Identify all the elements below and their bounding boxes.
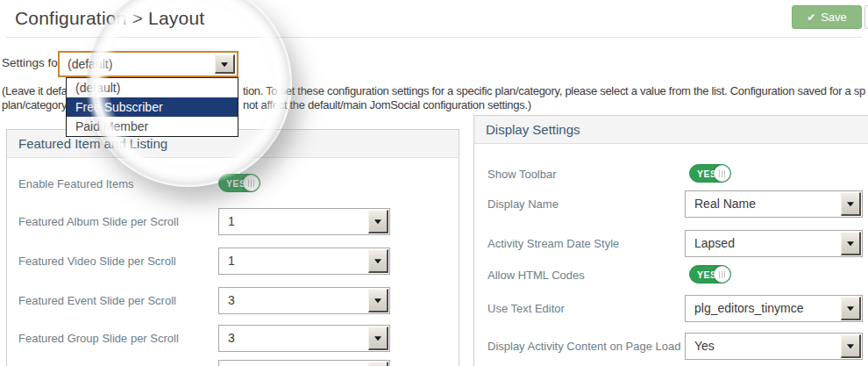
- grip-icon: [719, 170, 726, 177]
- chevron-down-icon[interactable]: [368, 362, 388, 366]
- setting-label: Featured Group Slide per Scroll: [18, 332, 179, 345]
- select-use-text-editor[interactable]: plg_editors_tinymce: [685, 295, 863, 322]
- option-paid-member[interactable]: Paid Member: [67, 117, 238, 136]
- toggle-knob: [714, 266, 730, 283]
- select-featured-group-slide[interactable]: 3: [218, 325, 390, 352]
- select-display-activity-content[interactable]: Yes: [685, 333, 863, 360]
- setting-label: Activity Stream Date Style: [487, 237, 619, 250]
- chevron-down-icon[interactable]: [841, 297, 861, 320]
- chevron-down-icon[interactable]: [368, 327, 388, 350]
- setting-label: Display Activity Content on Page Load: [487, 340, 680, 353]
- setting-label: Featured Video Slide per Scroll: [18, 255, 176, 268]
- setting-label: Enable Featured Items: [18, 177, 134, 190]
- description-line1-end: tion. To set these configuration setting…: [243, 84, 865, 97]
- save-button-label: Save: [821, 11, 847, 24]
- check-icon: ✔: [807, 12, 815, 23]
- select-clipped-bottom[interactable]: [218, 360, 390, 366]
- description-line2-end: not affect the default/main JomSocial co…: [243, 98, 531, 111]
- select-value: plg_editors_tinymce: [694, 301, 804, 315]
- setting-label: Display Name: [487, 197, 559, 211]
- save-button[interactable]: ✔ Save: [792, 5, 862, 29]
- select-featured-event-slide[interactable]: 3: [218, 287, 390, 314]
- settings-for-option-list: (default) Free Subscriber Paid Member: [66, 77, 238, 137]
- toggle-show-toolbar[interactable]: YES: [689, 164, 731, 183]
- chevron-down-icon[interactable]: [841, 192, 861, 216]
- dropdown-arrow-icon: [847, 241, 854, 246]
- dropdown-arrow-icon: [374, 219, 381, 224]
- dropdown-arrow-icon: [221, 62, 228, 67]
- toggle-enable-featured-items[interactable]: YES: [218, 174, 260, 192]
- select-display-name[interactable]: Real Name: [685, 190, 863, 218]
- dropdown-arrow-icon: [847, 202, 854, 206]
- clipped-secondary-button[interactable]: [864, 5, 868, 29]
- select-value: Yes: [694, 339, 715, 353]
- select-value: 1: [228, 214, 235, 228]
- setting-label: Show Toolbar: [487, 168, 557, 181]
- title-divider: [6, 37, 862, 38]
- chevron-down-icon[interactable]: [368, 210, 388, 233]
- right-panel-title: Display Settings: [474, 116, 868, 144]
- setting-label: Use Text Editor: [487, 302, 565, 315]
- chevron-down-icon[interactable]: [841, 334, 861, 358]
- dropdown-arrow-icon: [374, 336, 381, 341]
- chevron-down-icon[interactable]: [841, 232, 861, 255]
- option-free-subscriber[interactable]: Free Subscriber: [67, 97, 238, 117]
- grip-icon: [719, 271, 726, 278]
- select-value: Lapsed: [694, 236, 735, 250]
- setting-label: Featured Album Slide per Scroll: [18, 215, 179, 228]
- featured-item-and-listing-panel: Featured Item and Listing Enable Feature…: [6, 129, 459, 366]
- chevron-down-icon[interactable]: [215, 54, 235, 74]
- setting-label: Featured Event Slide per Scroll: [18, 294, 176, 307]
- display-settings-panel: Display Settings Show Toolbar YES Displa…: [473, 115, 868, 366]
- toggle-knob: [714, 165, 730, 182]
- settings-for-select[interactable]: (default): [58, 51, 238, 77]
- chevron-down-icon[interactable]: [368, 289, 388, 312]
- select-value: 3: [228, 331, 235, 345]
- select-value: Real Name: [694, 197, 756, 211]
- chevron-down-icon[interactable]: [368, 249, 388, 273]
- page-title: Configuration > Layout: [15, 8, 204, 29]
- toggle-allow-html-codes[interactable]: YES: [689, 265, 731, 283]
- grip-icon: [248, 180, 255, 187]
- dropdown-arrow-icon: [847, 306, 854, 311]
- select-featured-video-slide[interactable]: 1: [218, 248, 390, 275]
- setting-label: Allow HTML Codes: [487, 269, 585, 282]
- dropdown-arrow-icon: [374, 298, 381, 303]
- toggle-knob: [243, 175, 260, 191]
- select-value: 3: [228, 293, 235, 307]
- select-value: 1: [228, 254, 235, 268]
- dropdown-arrow-icon: [847, 344, 854, 348]
- dropdown-arrow-icon: [374, 259, 381, 263]
- description-line1-start: (Leave it defa: [2, 84, 68, 97]
- settings-for-selected-value: (default): [68, 57, 112, 71]
- option-default[interactable]: (default): [67, 78, 238, 97]
- settings-for-label: Settings for:: [2, 56, 65, 69]
- select-activity-stream-date-style[interactable]: Lapsed: [685, 230, 863, 257]
- select-featured-album-slide[interactable]: 1: [218, 208, 390, 235]
